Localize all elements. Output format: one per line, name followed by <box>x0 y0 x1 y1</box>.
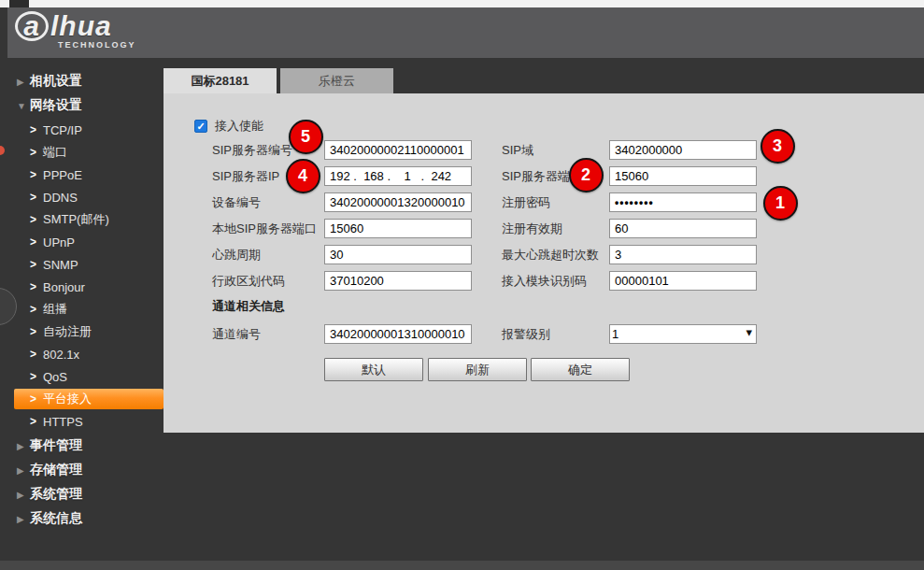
sip-server-port-input[interactable] <box>609 166 757 186</box>
field-label: 通道编号 <box>212 324 261 344</box>
field-label: 心跳周期 <box>212 245 261 264</box>
default-button[interactable]: 默认 <box>324 358 423 381</box>
field-label: 报警级别 <box>502 324 550 344</box>
triangle-down-icon: ▼ <box>17 101 30 111</box>
field-label: 最大心跳超时次数 <box>502 245 599 264</box>
field-label: SIP域 <box>502 140 533 160</box>
tab-gb28181[interactable]: 国标28181 <box>163 68 277 93</box>
logo-wordmark: alhua <box>15 10 136 42</box>
tab-lecheng-cloud[interactable]: 乐橙云 <box>280 68 393 93</box>
sidebar-group-event-management[interactable]: ▶事件管理 <box>0 434 163 458</box>
heartbeat-period-input[interactable] <box>324 245 472 264</box>
annotation-circle-4: 4 <box>286 159 320 193</box>
register-password-input[interactable] <box>609 192 757 212</box>
enable-checkbox[interactable]: ✓ <box>194 120 207 133</box>
enable-label: 接入使能 <box>215 118 263 135</box>
sidebar-item-platform-access[interactable]: >平台接入 <box>14 389 163 409</box>
sidebar-item-smtp-email[interactable]: >SMTP(邮件) <box>14 209 163 230</box>
dahua-logo: alhua TECHNOLOGY <box>15 10 136 50</box>
sidebar-item-port[interactable]: >端口 <box>14 142 163 163</box>
sidebar-group-camera-settings[interactable]: ▶相机设置 <box>0 69 163 93</box>
channel-number-input[interactable] <box>324 324 472 344</box>
sidebar-item-label: SNMP <box>43 258 78 272</box>
chevron-right-icon: > <box>30 191 43 204</box>
sidebar-item-bonjour[interactable]: >Bonjour <box>14 277 163 297</box>
field-label: 本地SIP服务器端口 <box>212 219 317 238</box>
sidebar-group-storage-management[interactable]: ▶存储管理 <box>0 458 163 482</box>
sidebar-item-label: 存储管理 <box>30 462 82 478</box>
field-label: 注册密码 <box>502 192 550 212</box>
sidebar-item-qos[interactable]: >QoS <box>14 366 163 387</box>
local-sip-server-port-input[interactable] <box>324 219 472 238</box>
field-label: 行政区划代码 <box>212 271 285 291</box>
sidebar-item-label: 组播 <box>43 301 67 318</box>
sidebar-item-multicast[interactable]: >组播 <box>14 299 163 320</box>
sip-domain-input[interactable] <box>609 140 757 160</box>
annotation-circle-1: 1 <box>763 186 798 221</box>
triangle-right-icon: ▶ <box>17 77 30 87</box>
alarm-level-select[interactable]: 1 <box>609 324 757 344</box>
enable-row: ✓ 接入使能 <box>194 118 263 135</box>
triangle-right-icon: ▶ <box>17 441 30 451</box>
logo-a-ring: a <box>15 11 49 41</box>
device-number-input[interactable] <box>324 192 472 212</box>
annotation-circle-2: 2 <box>569 158 604 192</box>
header-bar: alhua TECHNOLOGY <box>7 7 924 58</box>
field-label: 注册有效期 <box>502 219 562 238</box>
sidebar-item-label: Bonjour <box>43 280 85 294</box>
chevron-right-icon: > <box>30 303 43 316</box>
sidebar-item-pppoe[interactable]: >PPPoE <box>14 164 163 185</box>
sidebar-item-label: 事件管理 <box>30 437 82 454</box>
sidebar-group-system-info[interactable]: ▶系统信息 <box>0 506 163 531</box>
chevron-right-icon: > <box>30 213 43 226</box>
sidebar-item-https[interactable]: >HTTPS <box>14 411 163 432</box>
refresh-button[interactable]: 刷新 <box>428 358 527 381</box>
sip-server-number-input[interactable] <box>324 140 472 160</box>
access-module-id-input[interactable] <box>609 271 757 291</box>
sidebar-item-label: 系统信息 <box>30 510 82 527</box>
logo-technology-label: TECHNOLOGY <box>58 40 136 50</box>
register-validity-input[interactable] <box>609 219 757 238</box>
chevron-right-icon: > <box>30 325 43 338</box>
sidebar-item-upnp[interactable]: >UPnP <box>14 232 163 252</box>
sidebar-item-snmp[interactable]: >SNMP <box>14 254 163 275</box>
sidebar-item-label: 相机设置 <box>30 73 82 90</box>
platform-access-panel: ✓ 接入使能 通道相关信息 SIP服务器编号SIP域SIP服务器IPSIP服务器… <box>163 93 924 433</box>
sidebar-item-label: 平台接入 <box>43 391 92 407</box>
annotation-circle-3: 3 <box>761 129 795 164</box>
sidebar-group-system-management[interactable]: ▶系统管理 <box>0 482 163 506</box>
chevron-right-icon: > <box>30 168 43 181</box>
logo-text: lhua <box>50 10 112 41</box>
sidebar-item-label: QoS <box>43 370 67 384</box>
browser-top-strip <box>0 0 924 7</box>
admin-region-code-input[interactable] <box>324 271 472 291</box>
sip-server-ip-input[interactable] <box>324 166 472 186</box>
sidebar-item-label: SMTP(邮件) <box>43 211 109 228</box>
field-label: SIP服务器IP <box>212 166 279 186</box>
confirm-button[interactable]: 确定 <box>531 358 630 381</box>
field-label: SIP服务器编号 <box>212 140 292 160</box>
max-heartbeat-timeouts-input[interactable] <box>609 245 757 264</box>
sidebar-item-tcp-ip[interactable]: >TCP/IP <box>14 120 163 140</box>
sidebar-item-label: 端口 <box>43 144 67 161</box>
sidebar-item-auto-register[interactable]: >自动注册 <box>14 321 163 342</box>
sidebar-item-label: 自动注册 <box>43 323 92 340</box>
chevron-right-icon: > <box>30 258 43 271</box>
tab-bar: 国标28181乐橙云 <box>163 68 393 93</box>
sidebar-item-label: 802.1x <box>43 348 79 362</box>
chevron-right-icon: > <box>30 415 43 428</box>
browser-tab-fragment <box>9 0 29 7</box>
triangle-right-icon: ▶ <box>17 490 30 500</box>
sidebar-item-ddns[interactable]: >DDNS <box>14 187 163 207</box>
chevron-right-icon: > <box>30 123 43 136</box>
chevron-right-icon: > <box>30 235 43 249</box>
sidebar-group-network-settings[interactable]: ▼网络设置 <box>0 93 163 118</box>
sidebar-item-802-1x[interactable]: >802.1x <box>14 344 163 364</box>
field-label: 设备编号 <box>212 192 261 212</box>
triangle-right-icon: ▶ <box>17 465 30 476</box>
channel-section-title: 通道相关信息 <box>212 298 285 315</box>
sidebar-item-label: 系统管理 <box>30 486 82 503</box>
sidebar-menu: ▶相机设置▼网络设置>TCP/IP>端口>PPPoE>DDNS>SMTP(邮件)… <box>0 58 163 561</box>
chevron-right-icon: > <box>30 280 43 293</box>
sidebar-item-label: 网络设置 <box>30 97 82 114</box>
